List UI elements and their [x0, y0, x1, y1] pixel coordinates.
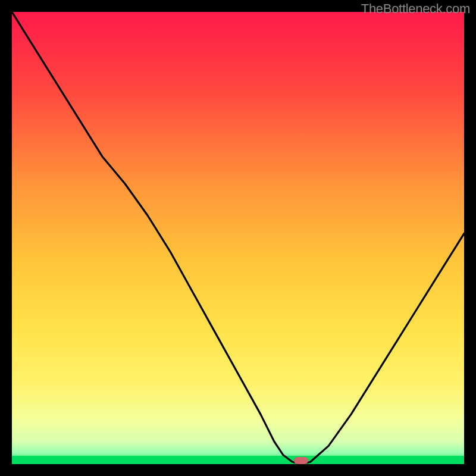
bottleneck-curve [12, 12, 464, 464]
watermark-text: TheBottleneck.com [361, 1, 470, 17]
optimum-marker [294, 457, 308, 464]
chart-container: TheBottleneck.com [0, 0, 476, 476]
plot-area [12, 12, 464, 464]
